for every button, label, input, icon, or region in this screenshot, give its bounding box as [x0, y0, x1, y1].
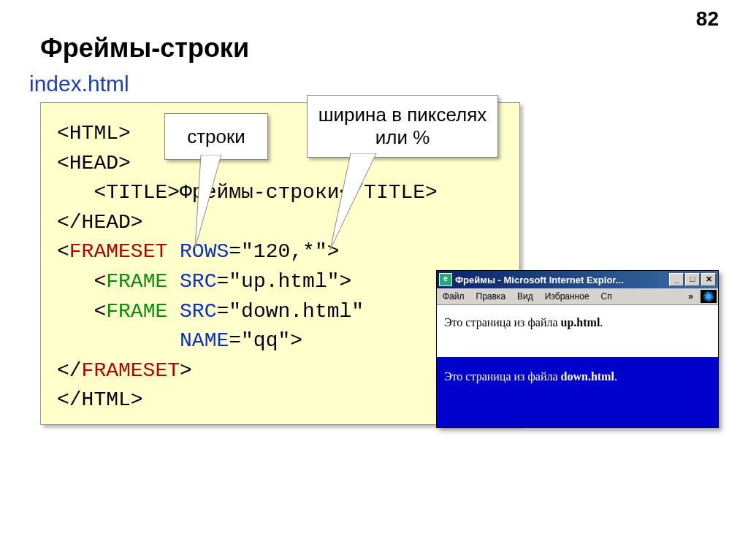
browser-title-text: Фреймы - Microsoft Internet Explor...: [455, 275, 669, 285]
callout-width-text: ширина в пикселях или %: [315, 104, 490, 149]
close-button[interactable]: ✕: [701, 273, 716, 286]
throbber-icon: [701, 290, 717, 303]
frame-up: Это страница из файла up.html.: [437, 306, 718, 357]
window-buttons: _ □ ✕: [669, 273, 716, 286]
callout-rows-text: строки: [187, 126, 245, 148]
browser-window: e Фреймы - Microsoft Internet Explor... …: [436, 270, 719, 428]
menu-edit[interactable]: Правка: [472, 291, 511, 302]
menu-chevron-icon[interactable]: »: [684, 291, 695, 302]
callout-width-pointer: [329, 153, 387, 252]
svg-marker-0: [195, 155, 221, 248]
menu-view[interactable]: Вид: [513, 291, 538, 302]
filename-subtitle: index.html: [29, 72, 129, 96]
frame-up-text: Это страница из файла up.html.: [444, 316, 603, 329]
menu-more[interactable]: Сп: [597, 291, 617, 302]
browser-content: Это страница из файла up.html. Это стран…: [437, 305, 718, 427]
menu-file[interactable]: Файл: [438, 291, 469, 302]
maximize-button[interactable]: □: [685, 273, 700, 286]
callout-rows: строки: [164, 113, 268, 160]
callout-width: ширина в пикселях или %: [307, 95, 498, 158]
browser-titlebar: e Фреймы - Microsoft Internet Explor... …: [437, 271, 718, 288]
menu-favorites[interactable]: Избранное: [541, 291, 594, 302]
minimize-button[interactable]: _: [669, 273, 684, 286]
svg-marker-1: [330, 153, 376, 250]
frame-down: Это страница из файла down.html.: [437, 357, 718, 427]
callout-rows-pointer: [186, 155, 223, 250]
page-number: 82: [696, 7, 719, 31]
browser-menubar: Файл Правка Вид Избранное Сп »: [437, 288, 718, 305]
frame-down-text: Это страница из файла down.html.: [444, 370, 617, 383]
ie-icon: e: [439, 273, 452, 286]
slide-title: Фреймы-строки: [40, 33, 249, 64]
